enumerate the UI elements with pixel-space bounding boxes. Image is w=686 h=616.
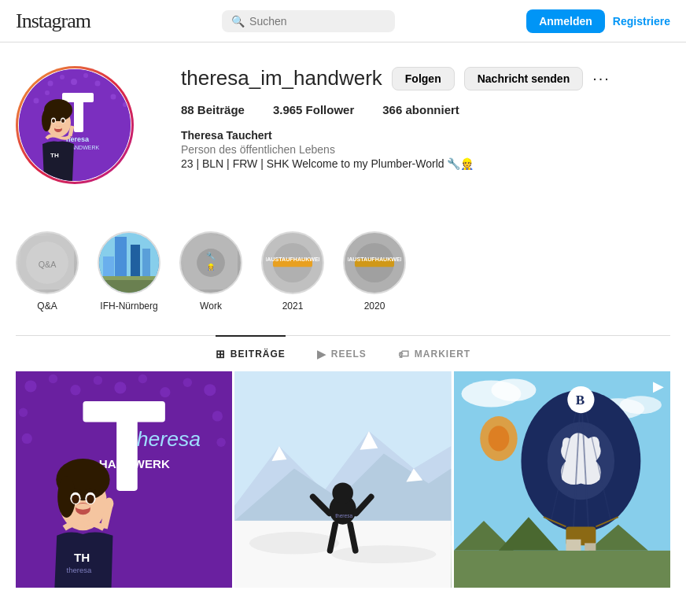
search-bar[interactable]: 🔍: [222, 10, 395, 32]
svg-point-58: [138, 374, 147, 383]
svg-point-62: [19, 408, 28, 417]
post-item-2[interactable]: theresa: [234, 371, 451, 588]
svg-point-116: [488, 426, 509, 451]
svg-point-8: [107, 75, 112, 79]
stories-row: Q&A Q&A: [16, 216, 670, 335]
profile-category: Person des öffentlichen Lebens: [181, 143, 670, 156]
svg-point-80: [105, 497, 113, 509]
register-button[interactable]: Registriere: [613, 15, 670, 28]
svg-point-12: [45, 90, 50, 95]
story-circle-ifh: [98, 231, 160, 294]
story-work[interactable]: 🔧 👷 Work: [179, 231, 242, 312]
svg-point-3: [48, 81, 53, 87]
navigation: Instagram 🔍 Anmelden Registriere: [0, 0, 686, 42]
svg-point-24: [52, 119, 55, 123]
svg-point-5: [71, 79, 77, 85]
posts-count: 88: [181, 103, 194, 116]
story-circle-2020: HAUSTAUFHAUKWER: [343, 231, 406, 294]
followers-stat[interactable]: 3.965 Follower: [273, 103, 354, 116]
story-2020[interactable]: HAUSTAUFHAUKWER 2020: [343, 231, 406, 312]
svg-point-14: [123, 102, 127, 107]
svg-point-78: [76, 503, 90, 510]
svg-point-21: [42, 109, 51, 131]
followers-count: 3.965: [273, 103, 303, 116]
svg-point-90: [249, 532, 339, 554]
beitraege-icon: ⊞: [216, 348, 226, 360]
follow-button[interactable]: Folgen: [392, 67, 455, 90]
tab-markiert-label: MARKIERT: [415, 349, 470, 360]
tab-beitraege[interactable]: ⊞ BEITRÄGE: [216, 335, 286, 371]
svg-point-54: [49, 374, 57, 383]
search-icon: 🔍: [231, 15, 245, 28]
svg-rect-117: [454, 551, 670, 588]
tab-beitraege-label: BEITRÄGE: [231, 349, 286, 360]
post-item-3[interactable]: ▶ B: [454, 371, 670, 588]
tabs-border: ⊞ BEITRÄGE ▶ REELS 🏷 MARKIERT: [16, 335, 670, 371]
profile-container: heresa im HANDWERK: [0, 42, 686, 588]
svg-point-60: [183, 378, 192, 387]
tabs-bar: ⊞ BEITRÄGE ▶ REELS 🏷 MARKIERT: [16, 336, 670, 371]
story-ifh[interactable]: IFH-Nürnberg: [98, 231, 160, 312]
story-thumbnail-ifh: [99, 233, 159, 293]
search-input[interactable]: [249, 15, 385, 28]
posts-stat[interactable]: 88 Beiträge: [181, 103, 245, 116]
login-button[interactable]: Anmelden: [526, 9, 605, 33]
tab-markiert[interactable]: 🏷 MARKIERT: [398, 335, 470, 371]
svg-point-76: [87, 495, 94, 503]
svg-point-4: [60, 75, 65, 79]
svg-text:theresa: theresa: [67, 566, 92, 574]
svg-point-9: [118, 82, 124, 88]
svg-point-10: [23, 92, 28, 97]
svg-point-93: [333, 482, 354, 503]
svg-text:HAUSTAUFHAUKWER: HAUSTAUFHAUKWER: [266, 256, 319, 263]
story-qa[interactable]: Q&A Q&A: [16, 231, 79, 312]
avatar-inner: heresa im HANDWERK: [18, 68, 131, 182]
svg-point-103: [619, 396, 661, 414]
story-label-2021: 2021: [282, 301, 304, 312]
svg-text:Q&A: Q&A: [39, 260, 57, 269]
svg-point-101: [491, 378, 536, 400]
following-count: 366: [382, 103, 402, 116]
svg-point-64: [22, 433, 32, 444]
story-thumbnail-qa: Q&A: [17, 233, 77, 293]
svg-point-63: [212, 411, 223, 421]
svg-rect-34: [115, 237, 127, 280]
svg-point-59: [160, 387, 170, 397]
profile-info: theresa_im_handwerk Folgen Nachricht sen…: [181, 66, 670, 170]
story-thumbnail-2020: HAUSTAUFHAUKWER: [345, 233, 404, 293]
svg-point-56: [94, 376, 102, 385]
posts-grid: heresa im HANDWERK TH t: [16, 371, 670, 588]
story-thumbnail-work: 🔧 👷: [181, 233, 241, 293]
svg-text:TH: TH: [50, 152, 59, 159]
more-options-button[interactable]: ···: [592, 69, 610, 87]
nav-actions: Anmelden Registriere: [526, 9, 670, 33]
message-button[interactable]: Nachricht senden: [464, 67, 583, 90]
svg-text:TH: TH: [74, 551, 90, 564]
reels-icon: ▶: [317, 348, 326, 360]
svg-rect-121: [566, 540, 581, 551]
svg-rect-67: [116, 401, 138, 491]
post-item-1[interactable]: heresa im HANDWERK TH t: [16, 371, 232, 588]
svg-text:B: B: [575, 393, 584, 408]
svg-point-55: [70, 385, 80, 395]
svg-point-2: [36, 73, 41, 78]
svg-point-91: [332, 545, 437, 563]
story-label-work: Work: [200, 301, 222, 312]
profile-stats: 88 Beiträge 3.965 Follower 366 abonniert: [181, 103, 670, 116]
profile-full-name: Theresa Tauchert: [181, 129, 670, 142]
svg-text:👷: 👷: [207, 263, 216, 271]
tab-reels[interactable]: ▶ REELS: [317, 335, 367, 371]
svg-text:heresa: heresa: [137, 427, 201, 451]
svg-point-1: [24, 78, 30, 84]
story-label-qa: Q&A: [37, 301, 57, 312]
svg-point-61: [204, 384, 216, 396]
story-2021[interactable]: HAUSTAUFHAUKWER 2021: [261, 231, 324, 312]
svg-rect-36: [142, 249, 150, 280]
svg-point-75: [72, 495, 79, 503]
story-circle-2021: HAUSTAUFHAUKWER: [261, 231, 324, 294]
svg-point-65: [216, 437, 225, 446]
story-circle-qa: Q&A: [16, 231, 79, 294]
following-stat[interactable]: 366 abonniert: [382, 103, 459, 116]
profile-bio: 23 | BLN | FRW | SHK Welcome to my Plumb…: [181, 157, 670, 170]
profile-username: theresa_im_handwerk: [181, 66, 382, 90]
